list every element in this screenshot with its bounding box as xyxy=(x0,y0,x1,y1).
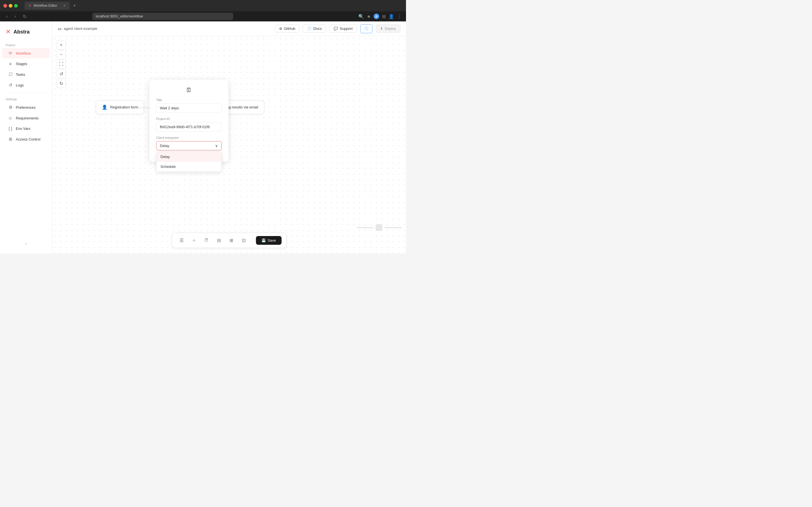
fullscreen-button[interactable]: ⛶ xyxy=(57,60,66,69)
env-vars-icon: [ ] xyxy=(8,126,13,131)
new-tab-button[interactable]: + xyxy=(73,3,76,9)
github-button[interactable]: ⊚ GitHub xyxy=(275,24,299,33)
flow-icon: ⟐ xyxy=(193,238,195,243)
save-button[interactable]: 💾 Save xyxy=(256,236,282,245)
detail-panel-header-icon: 🗓 xyxy=(156,87,221,94)
logs-icon: ↺ xyxy=(8,82,13,88)
canvas[interactable]: + − ⛶ ↺ ↻ 👤 Registration form ⚇ xyxy=(52,36,406,253)
client-entrypoint-dropdown[interactable]: Delay ∨ xyxy=(156,141,221,151)
zoom-in-button[interactable]: + xyxy=(57,41,66,50)
sidebar-requirements-label: Requirements xyxy=(16,116,39,120)
topbar-left: ▭ agent client example xyxy=(58,26,97,31)
sidebar-stages-label: Stages xyxy=(16,62,27,66)
github-icon: ⊚ xyxy=(279,26,282,31)
client-entrypoint-dropdown-wrapper: Delay ∨ Delay Schedule xyxy=(156,141,221,151)
minimize-button[interactable] xyxy=(9,4,12,8)
project-id-field-group: Project ID xyxy=(156,117,221,131)
toolbar-doc-button[interactable]: ⊟ xyxy=(214,235,224,245)
chevron-down-icon: ∨ xyxy=(215,144,218,148)
detail-panel: 🗓 Title Project ID Client entrypoint Del… xyxy=(149,80,229,162)
bookmark-icon[interactable]: ★ xyxy=(367,14,371,19)
calendar-icon: 🗓 xyxy=(186,87,192,94)
dropdown-option-delay[interactable]: Delay xyxy=(156,152,221,162)
project-icon: ▭ xyxy=(58,26,61,31)
doc-icon: ⊟ xyxy=(217,238,221,243)
address-bar-right: 🔍 ★ A ⊞ 👤 ⋮ xyxy=(358,13,402,19)
content-area: ▭ agent client example ⊚ GitHub 📄 Docs 💬… xyxy=(52,21,406,253)
topbar-project-name: agent client example xyxy=(64,26,97,31)
forward-button[interactable]: › xyxy=(13,13,17,19)
toolbar-clock-button[interactable]: ⏱ xyxy=(201,235,211,245)
project-section-label: Project xyxy=(0,41,52,48)
menu-icon[interactable]: ⋮ xyxy=(397,14,402,19)
browser-chrome: ✕ Workflow Editor × + xyxy=(0,0,406,11)
sidebar-item-access-control[interactable]: ⊞ Access Control xyxy=(2,134,50,144)
redo-button[interactable]: ↻ xyxy=(57,79,66,88)
sidebar-item-requirements[interactable]: ◇ Requirements xyxy=(2,113,50,123)
minimap-bar-right xyxy=(385,227,402,228)
title-field-group: Title xyxy=(156,98,221,113)
sidebar-item-tasks[interactable]: ☐ Tasks xyxy=(2,69,50,79)
deploy-button[interactable]: ⬆ Deploy xyxy=(376,24,400,33)
sidebar-collapse-button[interactable]: ‹ xyxy=(0,238,52,249)
minimap-thumb[interactable] xyxy=(375,224,382,231)
dropdown-menu: Delay Schedule xyxy=(156,152,221,172)
tab-close-icon[interactable]: × xyxy=(63,3,66,8)
address-bar: ‹ › ↻ localhost:3001/_editor/workflow 🔍 … xyxy=(0,11,406,21)
search-icon[interactable]: 🔍 xyxy=(358,14,364,19)
tasks-icon: ☐ xyxy=(8,72,13,77)
url-text: localhost:3001/_editor/workflow xyxy=(96,14,143,18)
project-id-field-label: Project ID xyxy=(156,117,221,121)
logo-text: Abstra xyxy=(13,29,30,35)
zoom-out-button[interactable]: − xyxy=(57,50,66,59)
title-field-label: Title xyxy=(156,98,221,102)
toolbar-image-button[interactable]: ⊡ xyxy=(239,235,249,245)
browser-tab[interactable]: ✕ Workflow Editor × xyxy=(24,2,70,10)
traffic-lights xyxy=(3,4,18,8)
project-id-input[interactable] xyxy=(156,122,221,131)
docs-button[interactable]: 📄 Docs xyxy=(303,24,326,33)
extension-icon: A xyxy=(373,13,379,19)
maximize-button[interactable] xyxy=(14,4,18,8)
title-input[interactable] xyxy=(156,103,221,113)
sidebar-item-logs[interactable]: ↺ Logs xyxy=(2,80,50,90)
preferences-icon: ⚙ xyxy=(8,105,13,110)
extensions-icon[interactable]: ⊞ xyxy=(382,14,386,19)
profile-icon[interactable]: 👤 xyxy=(389,14,394,19)
bottom-toolbar: ☰ ⟐ ⏱ ⊟ ⊞ ⊡ 💾 xyxy=(172,233,287,248)
stages-icon: ≡ xyxy=(8,61,13,66)
back-button[interactable]: ‹ xyxy=(4,13,9,19)
app: ✕ Abstra Project ⟳ Workflow ≡ Stages ☐ T… xyxy=(0,21,406,253)
toolbar-flow-button[interactable]: ⟐ xyxy=(189,235,199,245)
url-bar[interactable]: localhost:3001/_editor/workflow xyxy=(92,13,233,20)
sidebar-item-workflow[interactable]: ⟳ Workflow xyxy=(2,48,50,58)
toolbar-robot-button[interactable]: ⊞ xyxy=(226,235,236,245)
sidebar-env-vars-label: Env Vars xyxy=(16,126,31,131)
toolbar-divider xyxy=(252,237,252,244)
info-button[interactable]: ⓘ xyxy=(360,24,372,33)
settings-section-label: Settings xyxy=(0,95,52,102)
image-icon: ⊡ xyxy=(242,238,246,243)
minimap xyxy=(356,224,402,231)
sidebar-item-env-vars[interactable]: [ ] Env Vars xyxy=(2,124,50,133)
dropdown-option-schedule[interactable]: Schedule xyxy=(156,162,221,172)
registration-form-node[interactable]: 👤 Registration form xyxy=(96,100,144,114)
undo-button[interactable]: ↺ xyxy=(57,69,66,78)
docs-icon: 📄 xyxy=(307,26,312,31)
sidebar-workflow-label: Workflow xyxy=(16,51,31,55)
sidebar-item-preferences[interactable]: ⚙ Preferences xyxy=(2,102,50,112)
sidebar-divider xyxy=(4,93,47,93)
support-button[interactable]: 💬 Support xyxy=(329,24,357,33)
minimap-bar-left xyxy=(356,227,373,228)
sidebar-preferences-label: Preferences xyxy=(16,105,36,110)
save-icon: 💾 xyxy=(261,238,266,242)
workflow-icon: ⟳ xyxy=(8,51,13,56)
requirements-icon: ◇ xyxy=(8,115,13,121)
refresh-button[interactable]: ↻ xyxy=(21,13,28,20)
close-button[interactable] xyxy=(3,4,7,8)
sidebar-item-stages[interactable]: ≡ Stages xyxy=(2,59,50,69)
logo: ✕ Abstra xyxy=(0,26,52,41)
list-icon: ☰ xyxy=(180,238,184,243)
toolbar-list-button[interactable]: ☰ xyxy=(176,235,187,245)
robot-icon: ⊞ xyxy=(230,238,233,243)
